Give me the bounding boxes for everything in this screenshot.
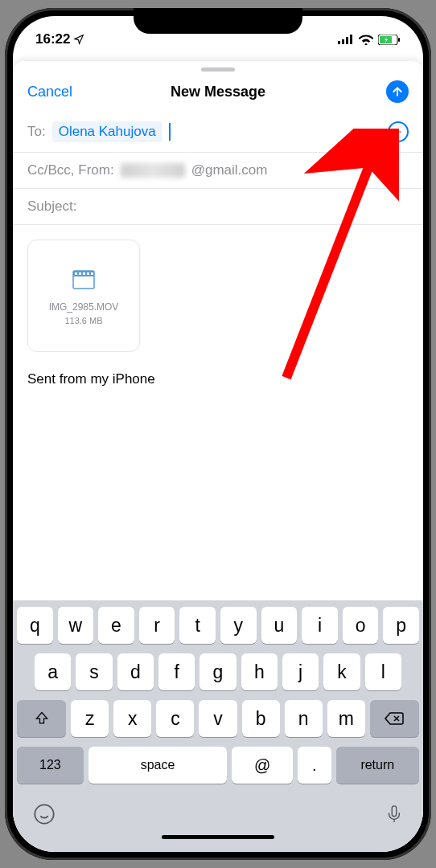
svg-rect-13 xyxy=(91,272,93,275)
phone-screen: 16:22 Cancel New Message To: xyxy=(13,16,423,852)
key-n[interactable]: n xyxy=(285,700,323,737)
key-c[interactable]: c xyxy=(156,700,194,737)
compose-area: To: Olena Kahujova Cc/Bcc, From: @gmail.… xyxy=(13,112,423,600)
backspace-icon xyxy=(385,711,404,726)
shift-icon xyxy=(34,710,50,727)
text-cursor xyxy=(169,123,171,141)
key-a[interactable]: a xyxy=(35,653,71,690)
key-f[interactable]: f xyxy=(158,653,195,690)
key-w[interactable]: w xyxy=(58,607,94,644)
svg-rect-1 xyxy=(342,39,344,44)
keyboard: q w e r t y u i o p a s d f g h xyxy=(13,600,423,852)
location-icon xyxy=(73,34,84,45)
delete-key[interactable] xyxy=(370,700,419,737)
arrow-up-icon xyxy=(391,85,404,98)
send-button[interactable] xyxy=(386,80,409,103)
status-time: 16:22 xyxy=(35,31,70,47)
add-contact-button[interactable] xyxy=(388,121,409,142)
svg-rect-11 xyxy=(83,272,85,275)
dot-key[interactable]: . xyxy=(298,747,331,784)
key-z[interactable]: z xyxy=(71,700,109,737)
home-indicator[interactable] xyxy=(162,835,274,839)
from-field[interactable]: Cc/Bcc, From: @gmail.com xyxy=(13,153,423,189)
video-file-icon xyxy=(71,266,97,292)
key-u[interactable]: u xyxy=(261,607,298,644)
redacted-email-user xyxy=(121,163,185,178)
nav-bar: Cancel New Message xyxy=(13,72,423,112)
key-m[interactable]: m xyxy=(327,700,365,737)
recipient-chip[interactable]: Olena Kahujova xyxy=(52,121,162,142)
key-e[interactable]: e xyxy=(98,607,134,644)
key-h[interactable]: h xyxy=(241,653,278,690)
key-g[interactable]: g xyxy=(199,653,236,690)
key-s[interactable]: s xyxy=(76,653,112,690)
shift-key[interactable] xyxy=(17,700,66,737)
key-y[interactable]: y xyxy=(220,607,257,644)
numeric-key[interactable]: 123 xyxy=(17,747,84,784)
attachment-card[interactable]: IMG_2985.MOV 113.6 MB xyxy=(27,240,140,352)
key-p[interactable]: p xyxy=(383,607,419,644)
attachment-name: IMG_2985.MOV xyxy=(49,301,119,313)
space-key[interactable]: space xyxy=(88,747,227,784)
email-signature[interactable]: Sent from my iPhone xyxy=(27,371,409,387)
mic-icon[interactable] xyxy=(385,803,403,825)
return-key[interactable]: return xyxy=(336,747,419,784)
key-j[interactable]: j xyxy=(282,653,319,690)
svg-rect-10 xyxy=(79,272,81,275)
plus-icon xyxy=(393,126,404,137)
from-domain: @gmail.com xyxy=(191,162,268,178)
to-label: To: xyxy=(27,124,46,140)
wifi-icon xyxy=(359,35,373,45)
key-i[interactable]: i xyxy=(302,607,338,644)
key-r[interactable]: r xyxy=(139,607,175,644)
keyboard-bottom-row xyxy=(17,793,419,829)
battery-icon xyxy=(378,35,401,45)
notch xyxy=(134,8,302,34)
svg-rect-9 xyxy=(75,272,77,275)
nav-title: New Message xyxy=(171,84,265,100)
key-x[interactable]: x xyxy=(113,700,151,737)
svg-rect-3 xyxy=(350,35,352,44)
svg-rect-2 xyxy=(346,37,348,44)
signal-icon xyxy=(338,35,354,44)
keyboard-row-1: q w e r t y u i o p xyxy=(17,607,419,644)
key-d[interactable]: d xyxy=(117,653,154,690)
key-t[interactable]: t xyxy=(179,607,216,644)
key-v[interactable]: v xyxy=(199,700,237,737)
key-k[interactable]: k xyxy=(323,653,360,690)
svg-rect-0 xyxy=(338,41,340,44)
emoji-icon[interactable] xyxy=(33,803,56,825)
email-body[interactable]: IMG_2985.MOV 113.6 MB Sent from my iPhon… xyxy=(13,225,423,600)
from-label: Cc/Bcc, From: xyxy=(27,162,114,178)
key-b[interactable]: b xyxy=(242,700,280,737)
cancel-button[interactable]: Cancel xyxy=(27,84,72,100)
compose-sheet: Cancel New Message To: Olena Kahujova Cc… xyxy=(13,61,423,852)
phone-frame: 16:22 Cancel New Message To: xyxy=(5,8,431,860)
svg-rect-6 xyxy=(398,38,400,42)
key-o[interactable]: o xyxy=(343,607,379,644)
svg-point-14 xyxy=(35,805,53,823)
key-q[interactable]: q xyxy=(17,607,53,644)
keyboard-row-3: z x c v b n m xyxy=(17,700,419,737)
keyboard-row-2: a s d f g h j k l xyxy=(17,653,419,690)
subject-label: Subject: xyxy=(27,199,76,215)
subject-field[interactable]: Subject: xyxy=(13,189,423,225)
key-l[interactable]: l xyxy=(365,653,401,690)
at-key[interactable]: @ xyxy=(232,747,293,784)
attachment-size: 113.6 MB xyxy=(64,316,102,326)
svg-rect-12 xyxy=(87,272,89,275)
keyboard-row-4: 123 space @ . return xyxy=(17,747,419,784)
to-field[interactable]: To: Olena Kahujova xyxy=(13,112,423,153)
